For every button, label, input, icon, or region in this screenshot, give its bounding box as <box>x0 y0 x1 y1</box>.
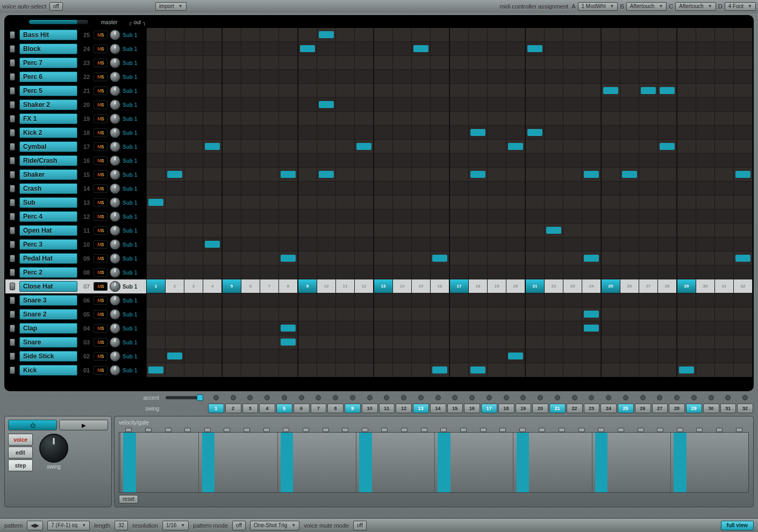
step-cell[interactable] <box>734 126 753 140</box>
step-cell[interactable] <box>469 363 488 377</box>
resolution-select[interactable]: 1/16 <box>162 521 189 530</box>
step-cell[interactable] <box>734 28 753 42</box>
step-cell[interactable] <box>639 98 658 112</box>
step-cell[interactable] <box>620 293 639 307</box>
step-cell[interactable] <box>506 112 525 126</box>
step-cell[interactable] <box>545 112 563 126</box>
velocity-handle[interactable] <box>591 428 611 432</box>
step-cell[interactable] <box>469 154 488 168</box>
step-cell[interactable] <box>222 349 241 363</box>
step-cell[interactable] <box>203 70 222 84</box>
track-handle[interactable] <box>5 293 19 307</box>
step-cell[interactable]: 24 <box>582 279 601 293</box>
step-cell[interactable] <box>525 28 545 42</box>
track-handle[interactable] <box>5 140 19 154</box>
step-cell[interactable] <box>374 265 393 279</box>
step-cell[interactable] <box>355 293 374 307</box>
mute-solo-toggle[interactable]: MS <box>94 87 108 95</box>
step-cell[interactable] <box>506 321 525 335</box>
step-cell[interactable] <box>545 84 563 98</box>
track-handle[interactable] <box>5 42 19 56</box>
step-cell[interactable] <box>545 251 563 265</box>
swing-step[interactable]: 22 <box>567 404 583 413</box>
step-cell[interactable] <box>734 335 753 349</box>
step-cell[interactable] <box>582 56 601 70</box>
step-cell[interactable] <box>298 238 317 251</box>
track-output-label[interactable]: Sub 1 <box>123 228 146 234</box>
track-level-knob[interactable] <box>110 127 120 138</box>
track-output-label[interactable]: Sub 1 <box>123 32 146 38</box>
velocity-handle[interactable] <box>729 428 749 432</box>
step-cell[interactable] <box>696 168 715 182</box>
track-output-label[interactable]: Sub 1 <box>123 158 146 164</box>
step-cell[interactable] <box>506 70 525 84</box>
step-cell[interactable] <box>279 182 298 196</box>
step-cell[interactable] <box>696 84 715 98</box>
velocity-handle[interactable] <box>552 428 572 432</box>
step-cell[interactable]: 25 <box>601 279 620 293</box>
swing-step[interactable]: 21 <box>549 404 566 413</box>
step-cell[interactable] <box>506 363 525 377</box>
velocity-handle[interactable] <box>414 428 434 432</box>
reset-button[interactable]: reset <box>119 495 138 504</box>
step-cell[interactable] <box>222 126 241 140</box>
step-cell[interactable] <box>449 335 469 349</box>
step-cell[interactable] <box>677 70 696 84</box>
voice-mute-toggle[interactable]: off <box>353 521 367 530</box>
step-cell[interactable] <box>715 70 734 84</box>
step-cell[interactable] <box>146 28 166 42</box>
step-cell[interactable] <box>582 363 601 377</box>
step-cell[interactable] <box>222 321 241 335</box>
step-cell[interactable] <box>469 224 488 238</box>
step-cell[interactable] <box>222 210 241 224</box>
step-cell[interactable]: 4 <box>203 279 222 293</box>
step-cell[interactable] <box>279 224 298 238</box>
accent-dot[interactable] <box>447 395 464 400</box>
step-cell[interactable]: 9 <box>298 279 317 293</box>
track-handle[interactable] <box>5 238 19 251</box>
step-cell[interactable] <box>298 28 317 42</box>
full-view-button[interactable]: full view <box>721 521 754 530</box>
step-cell[interactable] <box>260 363 279 377</box>
step-cell[interactable]: 7 <box>260 279 279 293</box>
accent-dot[interactable] <box>293 395 310 400</box>
step-cell[interactable] <box>469 42 488 56</box>
step-cell[interactable] <box>449 112 469 126</box>
accent-dot[interactable] <box>310 395 327 400</box>
velocity-handle[interactable] <box>473 428 493 432</box>
step-cell[interactable] <box>166 307 184 321</box>
step-cell[interactable] <box>677 224 696 238</box>
step-cell[interactable] <box>184 42 203 56</box>
track-level-knob[interactable] <box>110 197 120 208</box>
step-cell[interactable] <box>336 363 355 377</box>
step-cell[interactable] <box>545 196 563 210</box>
track-output-label[interactable]: Sub 1 <box>123 130 146 136</box>
velocity-bar[interactable] <box>533 433 552 492</box>
step-cell[interactable] <box>715 335 734 349</box>
step-cell[interactable] <box>677 349 696 363</box>
mute-solo-toggle[interactable]: MS <box>94 324 108 333</box>
velocity-handle[interactable] <box>256 428 276 432</box>
step-cell[interactable] <box>620 42 639 56</box>
midi-slot-dropdown[interactable]: 1 ModWhl <box>578 2 618 11</box>
step-cell[interactable] <box>260 321 279 335</box>
step-cell[interactable] <box>412 265 431 279</box>
step-cell[interactable] <box>715 98 734 112</box>
step-cell[interactable] <box>184 168 203 182</box>
step-cell[interactable] <box>146 293 166 307</box>
step-cell[interactable] <box>658 293 677 307</box>
step-cell[interactable] <box>412 293 431 307</box>
step-cell[interactable] <box>393 265 412 279</box>
step-cell[interactable] <box>222 196 241 210</box>
step-cell[interactable] <box>166 56 184 70</box>
step-cell[interactable] <box>317 154 336 168</box>
step-cell[interactable] <box>203 321 222 335</box>
velocity-handle[interactable] <box>335 428 355 432</box>
step-cell[interactable] <box>412 126 431 140</box>
step-cell[interactable]: 10 <box>317 279 336 293</box>
step-cell[interactable] <box>601 154 620 168</box>
step-cell[interactable] <box>374 98 393 112</box>
step-cell[interactable] <box>355 224 374 238</box>
step-cell[interactable] <box>260 98 279 112</box>
step-cell[interactable] <box>317 224 336 238</box>
